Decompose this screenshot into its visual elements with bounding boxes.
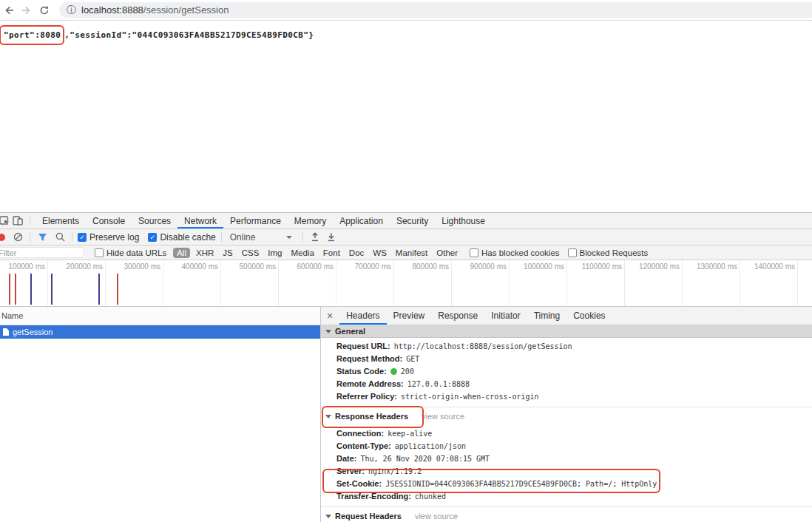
- forward-button[interactable]: [18, 1, 35, 19]
- preserve-log-checkbox[interactable]: ✓: [78, 233, 87, 242]
- tab-security[interactable]: Security: [390, 213, 435, 228]
- tab-performance[interactable]: Performance: [223, 213, 288, 228]
- header-value: 200: [401, 365, 414, 378]
- header-key: Date:: [336, 452, 357, 465]
- view-source-link[interactable]: view source: [415, 512, 458, 521]
- section-rows: Request URL:http://localhost:8888/sessio…: [321, 338, 812, 403]
- clear-button[interactable]: [11, 231, 24, 244]
- reload-button[interactable]: [35, 1, 53, 19]
- has-blocked-cookies-label[interactable]: Has blocked cookies: [481, 248, 559, 257]
- tab-application[interactable]: Application: [333, 213, 390, 228]
- header-row: Transfer-Encoding:chunked: [321, 490, 812, 503]
- filter-button[interactable]: [35, 231, 49, 244]
- table-row-getSession[interactable]: getSession: [0, 325, 320, 339]
- page-info-icon[interactable]: ⓘ: [67, 5, 76, 15]
- hide-data-urls-checkbox[interactable]: [95, 248, 104, 257]
- inspect-element-button[interactable]: [0, 214, 11, 228]
- chevron-down-icon[interactable]: [286, 236, 292, 239]
- section-header-request-headers[interactable]: Request Headersview source: [321, 507, 812, 522]
- tab-memory[interactable]: Memory: [288, 213, 333, 228]
- tab-headers[interactable]: Headers: [339, 307, 386, 325]
- import-har-button[interactable]: [308, 231, 322, 244]
- headers-sections: GeneralRequest URL:http://localhost:8888…: [321, 325, 812, 522]
- timeline-request-bar: [98, 274, 100, 305]
- timeline-tick-label: 1000000 ms: [510, 260, 567, 306]
- close-details-button[interactable]: ×: [321, 310, 339, 322]
- divider: [30, 232, 30, 242]
- header-value: keep-alive: [388, 427, 432, 440]
- headers-panel[interactable]: GeneralRequest URL:http://localhost:8888…: [321, 325, 812, 522]
- header-row: Status Code:200: [321, 365, 812, 378]
- has-blocked-cookies-checkbox[interactable]: [470, 248, 478, 257]
- section-header-response-headers[interactable]: Response Headersview source: [321, 407, 812, 425]
- network-toolbar: ✓ Preserve log ✓ Disable cache Online: [0, 229, 812, 245]
- tab-cookies[interactable]: Cookies: [566, 307, 612, 325]
- throttling-select[interactable]: Online: [230, 232, 256, 243]
- address-bar[interactable]: ⓘ localhost:8888/session/getSession: [59, 2, 812, 18]
- network-main: Name getSession × HeadersPreviewResponse…: [0, 307, 812, 522]
- type-filter-font[interactable]: Font: [323, 248, 340, 257]
- timeline-overview[interactable]: 100000 ms200000 ms300000 ms400000 ms5000…: [0, 260, 812, 307]
- timeline-request-bar: [9, 274, 10, 305]
- type-filter-xhr[interactable]: XHR: [196, 248, 214, 257]
- section-header-general[interactable]: General: [321, 325, 812, 338]
- header-row: Connection:keep-alive: [321, 427, 812, 440]
- timeline-tick-label: 1400000 ms: [740, 260, 798, 306]
- tab-preview[interactable]: Preview: [387, 307, 432, 325]
- tab-console[interactable]: Console: [86, 213, 132, 228]
- type-filter-manifest[interactable]: Manifest: [396, 248, 427, 257]
- tab-lighthouse[interactable]: Lighthouse: [435, 213, 492, 228]
- chevron-down-icon: [325, 330, 331, 333]
- type-filter-other[interactable]: Other: [436, 248, 458, 257]
- preserve-log-label[interactable]: Preserve log: [89, 232, 139, 243]
- tab-elements[interactable]: Elements: [35, 213, 86, 228]
- section-title: General: [335, 327, 365, 336]
- device-toolbar-button[interactable]: [11, 214, 24, 228]
- tab-initiator[interactable]: Initiator: [484, 307, 527, 325]
- search-button[interactable]: [53, 231, 67, 244]
- requests-list: getSession: [0, 325, 320, 339]
- type-filter-img[interactable]: Img: [268, 248, 282, 257]
- type-filter-ws[interactable]: WS: [373, 248, 387, 257]
- timeline-request-bar: [117, 274, 118, 305]
- hide-data-urls-label[interactable]: Hide data URLs: [106, 248, 166, 257]
- inspect-cursor-icon: [0, 216, 10, 226]
- blocked-requests-checkbox[interactable]: [568, 248, 577, 257]
- disable-cache-checkbox[interactable]: ✓: [148, 233, 157, 242]
- type-filter-media[interactable]: Media: [291, 248, 314, 257]
- filter-input[interactable]: [0, 247, 83, 258]
- tab-response[interactable]: Response: [431, 307, 484, 325]
- section-rows: Connection:keep-aliveContent-Type:applic…: [321, 425, 812, 503]
- type-filter-doc[interactable]: Doc: [349, 248, 364, 257]
- json-rest-text: ,"sessionId":"044C093063FA4BB5217D9CE54B…: [64, 30, 314, 40]
- header-key: Set-Cookie:: [336, 478, 382, 490]
- timeline-tick-label: 1100000 ms: [567, 260, 625, 306]
- tab-sources[interactable]: Sources: [132, 213, 177, 228]
- header-row: Content-Type:application/json: [321, 440, 812, 452]
- type-filter-css[interactable]: CSS: [242, 248, 260, 257]
- header-value: Thu, 26 Nov 2020 07:08:15 GMT: [361, 452, 490, 465]
- back-button[interactable]: [0, 1, 18, 19]
- timeline-tick-label: 600000 ms: [279, 260, 336, 306]
- url-text: localhost:8888/session/getSession: [81, 4, 229, 16]
- filter-funnel-icon: [38, 233, 47, 242]
- network-filterbar: Hide data URLs All XHRJSCSSImgMediaFontD…: [0, 245, 812, 260]
- header-row: Referrer Policy:strict-origin-when-cross…: [321, 390, 812, 403]
- type-filter-all[interactable]: All: [173, 248, 190, 258]
- blocked-requests-label[interactable]: Blocked Requests: [580, 248, 649, 257]
- timeline-request-bar: [51, 274, 53, 305]
- view-source-link[interactable]: view source: [422, 412, 464, 421]
- record-icon[interactable]: [0, 234, 5, 241]
- devtools-panel: ElementsConsoleSourcesNetworkPerformance…: [0, 212, 812, 522]
- header-value: GET: [406, 353, 419, 365]
- header-value: application/json: [395, 440, 466, 452]
- header-row: Request Method:GET: [321, 353, 812, 365]
- tab-network[interactable]: Network: [177, 213, 223, 228]
- header-key: Transfer-Encoding:: [336, 490, 411, 503]
- type-filter-js[interactable]: JS: [223, 248, 232, 257]
- tab-timing[interactable]: Timing: [527, 307, 567, 325]
- timeline-tick-label: 700000 ms: [336, 260, 394, 306]
- export-har-button[interactable]: [325, 231, 338, 244]
- requests-name-header[interactable]: Name: [0, 307, 320, 325]
- disable-cache-label[interactable]: Disable cache: [160, 232, 215, 243]
